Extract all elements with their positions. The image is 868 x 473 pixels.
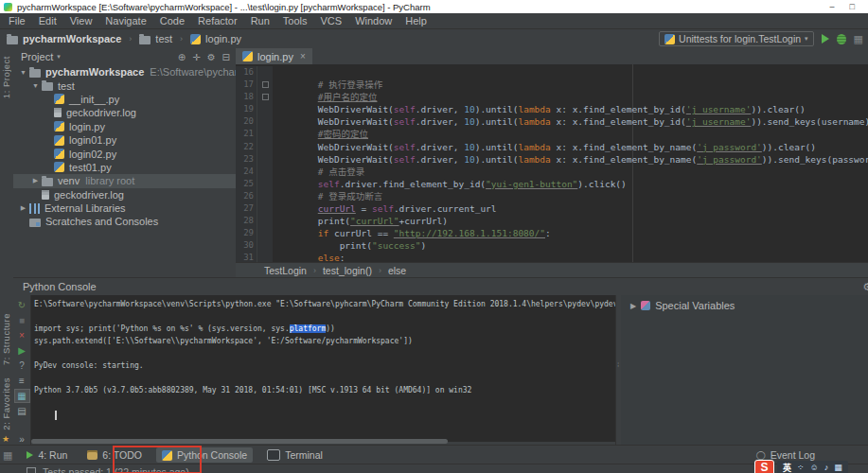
code-line-16[interactable]: 16 <box>236 66 868 79</box>
tree-item-geckodriver-log[interactable]: geckodriver.log <box>13 106 236 119</box>
code-line-24[interactable]: 24 # 点击登录 <box>236 166 868 178</box>
todo-icon <box>87 450 97 460</box>
editor-breadcrumb-testlogin[interactable]: TestLogin <box>264 265 307 276</box>
scrollbar-thumb[interactable] <box>31 439 448 444</box>
code-line-19[interactable]: 19 WebDriverWait(self.driver, 10).until(… <box>236 103 868 115</box>
tree-item-pycharmworkspace[interactable]: ▼pycharmWorkspaceE:\Software\pycharmWork… <box>13 65 236 79</box>
editor-breadcrumb-test-login[interactable]: test_login() <box>323 265 372 276</box>
code-line-18[interactable]: 18 #用户名的定位 <box>236 91 868 103</box>
editor-breadcrumb-else[interactable]: else <box>388 265 406 276</box>
menu-refactor[interactable]: Refactor <box>191 15 244 26</box>
breadcrumb-item-pycharmworkspace[interactable]: pycharmWorkspace <box>7 33 121 44</box>
help-icon[interactable]: ? <box>15 359 29 372</box>
code-line-23[interactable]: 23 WebDriverWait(self.driver, 10).until(… <box>236 153 868 166</box>
collapse-all-icon[interactable]: ✛ <box>192 52 200 62</box>
tree-item-label: geckodriver.log <box>54 189 124 201</box>
menu-edit[interactable]: Edit <box>32 15 63 26</box>
project-panel-title[interactable]: Project <box>21 51 53 62</box>
tree-item-init-py[interactable]: __init__.py <box>13 93 236 106</box>
editor-tab-login-py[interactable]: login.py × <box>236 48 312 64</box>
menu-file[interactable]: File <box>2 15 32 26</box>
minimize-button[interactable]: – <box>830 2 835 11</box>
tree-toggle-icon[interactable]: ▶ <box>29 177 42 184</box>
ime-language-toggle[interactable]: 英 <box>783 462 791 473</box>
tree-item-test[interactable]: ▼test <box>13 79 236 92</box>
maximize-button[interactable]: □ <box>850 2 855 11</box>
special-variables-header[interactable]: ▶ Special Variables <box>621 295 868 311</box>
rerun-console-icon[interactable]: ↻ <box>15 299 29 311</box>
coverage-button[interactable]: ▦ <box>854 34 863 44</box>
code-line-30[interactable]: 30 print("success") <box>236 239 868 252</box>
breadcrumb-separator-icon: › <box>127 34 133 44</box>
fold-marker-icon[interactable] <box>262 94 269 100</box>
editor-breadcrumb-bar: TestLogin›test_login()›else <box>236 262 868 277</box>
tree-item-venv[interactable]: ▶venvlibrary root <box>13 174 236 187</box>
chevron-down-icon: ▾ <box>805 35 808 43</box>
execute-icon[interactable]: ▶ <box>15 344 29 357</box>
code-line-26[interactable]: 26 # 登录成功断言 <box>236 190 868 202</box>
console-output[interactable]: E:\Software\pycharmWorkspace\venv\Script… <box>31 295 618 442</box>
scroll-to-end-icon[interactable]: ▤ <box>15 405 29 417</box>
menu-navigate[interactable]: Navigate <box>98 15 152 26</box>
favorites-star-icon[interactable]: ★ <box>2 434 9 444</box>
tree-item-login02-py[interactable]: login02.py <box>13 147 236 160</box>
tree-item-scratches-and-consoles[interactable]: Scratches and Consoles <box>13 215 236 228</box>
tool-button-terminal[interactable]: Terminal <box>261 447 328 463</box>
run-button[interactable] <box>822 34 829 44</box>
code-line-25[interactable]: 25 self.driver.find_element_by_id("yui-g… <box>236 178 868 190</box>
tool-button-4-run[interactable]: 4: Run <box>21 447 73 463</box>
ime-icon[interactable]: ⁘ <box>797 463 805 472</box>
hide-panel-icon[interactable]: ⊟ <box>222 52 230 62</box>
ime-logo-icon[interactable]: S <box>754 460 774 473</box>
tree-toggle-icon[interactable]: ▶ <box>17 204 29 212</box>
tool-button-6-todo[interactable]: 6: TODO <box>81 447 148 463</box>
stop-icon[interactable]: ■ <box>15 314 29 326</box>
console-settings-gear-icon[interactable]: ⚙ <box>862 281 868 293</box>
menu-view[interactable]: View <box>63 15 99 26</box>
tree-item-external-libraries[interactable]: ▶External Libraries <box>13 201 236 215</box>
settings-gear-icon[interactable]: ⚙ <box>207 52 216 62</box>
history-icon[interactable]: ≡ <box>15 375 29 387</box>
code-area[interactable]: 1617 # 执行登录操作18 #用户名的定位19 WebDriverWait(… <box>236 64 868 265</box>
python-icon <box>54 162 64 172</box>
show-variables-icon[interactable]: ▦ <box>15 390 29 402</box>
tool-button-label: 6: TODO <box>102 449 142 461</box>
ime-icon[interactable]: ♪ <box>824 463 829 472</box>
ime-icon[interactable]: ☺ <box>810 463 819 472</box>
navigation-bar: pycharmWorkspace›test›login.py Unittests… <box>0 29 868 48</box>
code-line-22[interactable]: 22 WebDriverWait(self.driver, 10).until(… <box>236 141 868 153</box>
run-configuration-select[interactable]: Unittests for login.TestLogin ▾ <box>659 31 814 46</box>
locate-icon[interactable]: ⊕ <box>178 52 186 62</box>
code-line-28[interactable]: 28 print("currUrl"+currUrl) <box>236 215 868 227</box>
fold-marker-icon[interactable] <box>262 81 269 88</box>
code-line-29[interactable]: 29 if currUrl == "http://192.168.1.151:8… <box>236 227 868 239</box>
ime-icon[interactable]: ▦ <box>834 463 842 472</box>
tree-item-geckodriver-log[interactable]: geckodriver.log <box>13 188 236 201</box>
tool-button-structure[interactable]: 7: Structure <box>1 313 11 365</box>
variables-icon <box>641 301 650 310</box>
close-console-icon[interactable]: × <box>15 329 29 342</box>
menu-run[interactable]: Run <box>244 15 276 26</box>
tree-toggle-icon[interactable]: ▼ <box>29 82 42 89</box>
tool-window-switcher-icon[interactable]: ▦ <box>3 449 12 462</box>
breadcrumb-item-login-py[interactable]: login.py <box>190 33 241 44</box>
menu-vcs[interactable]: VCS <box>314 15 349 26</box>
debug-button[interactable] <box>837 34 846 44</box>
breadcrumb-item-test[interactable]: test <box>139 33 172 44</box>
menu-code[interactable]: Code <box>153 15 191 26</box>
code-line-17[interactable]: 17 # 执行登录操作 <box>236 79 868 91</box>
tree-toggle-icon[interactable]: ▼ <box>17 69 29 76</box>
code-line-20[interactable]: 20 WebDriverWait(self.driver, 10).until(… <box>236 115 868 128</box>
menu-window[interactable]: Window <box>348 15 399 26</box>
tool-button-python-console[interactable]: Python Console <box>156 447 253 463</box>
menu-tools[interactable]: Tools <box>276 15 314 26</box>
tree-item-login-py[interactable]: login.py <box>13 120 236 133</box>
code-line-21[interactable]: 21 #密码的定位 <box>236 128 868 140</box>
menu-help[interactable]: Help <box>399 15 434 26</box>
close-icon[interactable]: × <box>300 51 306 61</box>
tool-button-project[interactable]: 1: Project <box>1 56 11 98</box>
tool-button-favorites[interactable]: 2: Favorites <box>1 377 11 430</box>
code-line-27[interactable]: 27 currUrl = self.driver.current_url <box>236 202 868 215</box>
tree-item-login01-py[interactable]: login01.py <box>13 133 236 147</box>
tree-item-test01-py[interactable]: test01.py <box>13 161 236 174</box>
